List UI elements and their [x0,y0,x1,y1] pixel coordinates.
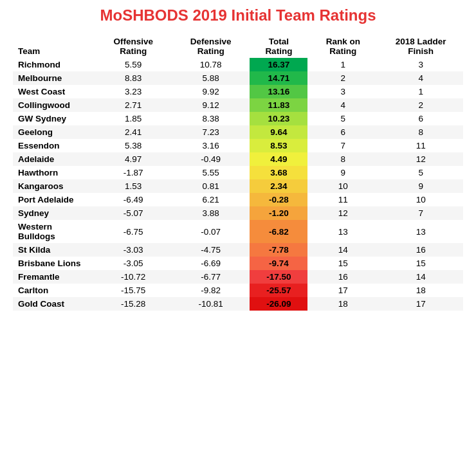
team-name: Port Adelaide [13,193,95,206]
col-rank: Rank on Rating [307,35,378,58]
defensive-rating: 9.92 [172,85,250,98]
header-row: Team Offensive Rating Defensive Rating T… [13,35,463,58]
team-name: GW Sydney [13,112,95,125]
total-rating: -25.57 [250,284,307,297]
defensive-rating: 7.23 [172,125,250,139]
offensive-rating: 3.23 [95,85,172,98]
offensive-rating: 2.41 [95,125,172,139]
offensive-rating: -6.49 [95,193,172,206]
defensive-rating: 3.88 [172,206,250,220]
rank-on-rating: 12 [307,206,378,220]
table-row: Adelaide 4.97 -0.49 4.49 8 12 [13,152,463,166]
ladder-finish: 17 [378,297,463,311]
team-name: Carlton [13,284,95,297]
offensive-rating: -15.28 [95,297,172,311]
col-total: Total Rating [250,35,307,58]
col-team: Team [13,35,95,58]
team-name: Kangaroos [13,179,95,193]
total-rating: -9.74 [250,257,307,270]
rank-on-rating: 18 [307,297,378,311]
ladder-finish: 16 [378,243,463,257]
rank-on-rating: 2 [307,71,378,85]
rank-on-rating: 15 [307,257,378,270]
ladder-finish: 9 [378,179,463,193]
page-title: MoSHBODS 2019 Initial Team Ratings [100,6,376,24]
table-row: Geelong 2.41 7.23 9.64 6 8 [13,125,463,139]
rank-on-rating: 14 [307,243,378,257]
total-rating: -7.78 [250,243,307,257]
table-row: Collingwood 2.71 9.12 11.83 4 2 [13,98,463,112]
total-rating: -6.82 [250,220,307,243]
ladder-finish: 2 [378,98,463,112]
ladder-finish: 13 [378,220,463,243]
table-row: Hawthorn -1.87 5.55 3.68 9 5 [13,166,463,179]
col-ladder: 2018 Ladder Finish [378,35,463,58]
total-rating: 10.23 [250,112,307,125]
offensive-rating: 2.71 [95,98,172,112]
defensive-rating: 10.78 [172,58,250,71]
team-name: Melbourne [13,71,95,85]
defensive-rating: 8.38 [172,112,250,125]
team-name: West Coast [13,85,95,98]
total-rating: 16.37 [250,58,307,71]
ladder-finish: 10 [378,193,463,206]
total-rating: -0.28 [250,193,307,206]
total-rating: 4.49 [250,152,307,166]
rank-on-rating: 11 [307,193,378,206]
ladder-finish: 15 [378,257,463,270]
rank-on-rating: 6 [307,125,378,139]
defensive-rating: 9.12 [172,98,250,112]
defensive-rating: -10.81 [172,297,250,311]
team-name: Essendon [13,139,95,152]
offensive-rating: -5.07 [95,206,172,220]
defensive-rating: -0.49 [172,152,250,166]
col-offensive: Offensive Rating [95,35,172,58]
team-name: Collingwood [13,98,95,112]
table-row: Essendon 5.38 3.16 8.53 7 11 [13,139,463,152]
defensive-rating: 0.81 [172,179,250,193]
team-name: Fremantle [13,270,95,284]
team-name: Hawthorn [13,166,95,179]
total-rating: -1.20 [250,206,307,220]
offensive-rating: -10.72 [95,270,172,284]
total-rating: -17.50 [250,270,307,284]
table-row: Gold Coast -15.28 -10.81 -26.09 18 17 [13,297,463,311]
rank-on-rating: 5 [307,112,378,125]
table-row: Fremantle -10.72 -6.77 -17.50 16 14 [13,270,463,284]
defensive-rating: -6.69 [172,257,250,270]
table-row: GW Sydney 1.85 8.38 10.23 5 6 [13,112,463,125]
table-row: Port Adelaide -6.49 6.21 -0.28 11 10 [13,193,463,206]
total-rating: 3.68 [250,166,307,179]
total-rating: 9.64 [250,125,307,139]
rank-on-rating: 9 [307,166,378,179]
rank-on-rating: 1 [307,58,378,71]
offensive-rating: -3.03 [95,243,172,257]
team-name: Sydney [13,206,95,220]
offensive-rating: -1.87 [95,166,172,179]
rank-on-rating: 16 [307,270,378,284]
defensive-rating: -6.77 [172,270,250,284]
table-row: Kangaroos 1.53 0.81 2.34 10 9 [13,179,463,193]
ladder-finish: 14 [378,270,463,284]
ladder-finish: 5 [378,166,463,179]
offensive-rating: 5.38 [95,139,172,152]
total-rating: 11.83 [250,98,307,112]
defensive-rating: 5.88 [172,71,250,85]
total-rating: 14.71 [250,71,307,85]
offensive-rating: -3.05 [95,257,172,270]
table-row: Brisbane Lions -3.05 -6.69 -9.74 15 15 [13,257,463,270]
team-name: St Kilda [13,243,95,257]
rank-on-rating: 10 [307,179,378,193]
team-name: Brisbane Lions [13,257,95,270]
offensive-rating: 4.97 [95,152,172,166]
rank-on-rating: 7 [307,139,378,152]
defensive-rating: -4.75 [172,243,250,257]
offensive-rating: -6.75 [95,220,172,243]
team-name: Gold Coast [13,297,95,311]
offensive-rating: 5.59 [95,58,172,71]
col-defensive: Defensive Rating [172,35,250,58]
table-row: Melbourne 8.83 5.88 14.71 2 4 [13,71,463,85]
team-name: Geelong [13,125,95,139]
rank-on-rating: 3 [307,85,378,98]
rank-on-rating: 13 [307,220,378,243]
